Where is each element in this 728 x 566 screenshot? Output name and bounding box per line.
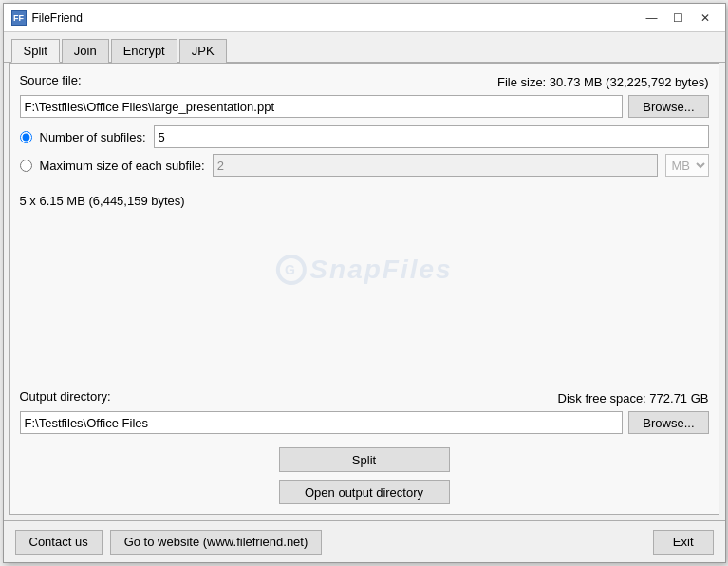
watermark: G SnapFiles	[275, 255, 452, 285]
options-section: Number of subfiles: Maximum size of each…	[20, 125, 709, 182]
maxsize-option-row: Maximum size of each subfile: KB MB GB	[20, 154, 709, 177]
app-icon: FF	[11, 10, 27, 26]
window-title: FileFriend	[32, 11, 83, 25]
output-browse-button[interactable]: Browse...	[628, 411, 708, 434]
bottom-bar: Contact us Go to website (www.filefriend…	[4, 520, 725, 562]
main-window: FF FileFriend — ☐ ✕ Split Join Encrypt J…	[3, 3, 726, 563]
contact-us-button[interactable]: Contact us	[15, 530, 103, 555]
output-header-row: Output directory: Disk free space: 772.7…	[20, 389, 709, 407]
source-browse-button[interactable]: Browse...	[628, 95, 708, 118]
tab-bar: Split Join Encrypt JPK	[4, 32, 725, 63]
output-label: Output directory:	[20, 389, 111, 404]
source-file-input[interactable]	[20, 95, 624, 118]
exit-button[interactable]: Exit	[653, 530, 714, 555]
unit-select[interactable]: KB MB GB	[665, 154, 709, 177]
title-bar: FF FileFriend — ☐ ✕	[4, 4, 725, 32]
subfiles-radio[interactable]	[20, 131, 32, 143]
minimize-button[interactable]: —	[640, 9, 664, 28]
file-size-text: File size: 30.73 MB (32,225,792 bytes)	[497, 75, 709, 89]
tab-jpk[interactable]: JPK	[179, 39, 227, 63]
bottom-left-buttons: Contact us Go to website (www.filefriend…	[15, 530, 323, 555]
subfiles-input[interactable]	[154, 125, 709, 148]
tab-encrypt[interactable]: Encrypt	[111, 39, 177, 63]
tab-split[interactable]: Split	[11, 39, 60, 63]
maximize-button[interactable]: ☐	[666, 9, 691, 28]
maxsize-input[interactable]	[213, 154, 658, 177]
output-section: Output directory: Disk free space: 772.7…	[20, 389, 709, 434]
content-panel: Source file: File size: 30.73 MB (32,225…	[9, 63, 719, 515]
source-file-header: Source file: File size: 30.73 MB (32,225…	[20, 73, 709, 91]
subfiles-label[interactable]: Number of subfiles:	[40, 130, 146, 144]
close-button[interactable]: ✕	[693, 9, 718, 28]
disk-free-text: Disk free space: 772.71 GB	[558, 391, 709, 406]
website-button[interactable]: Go to website (www.filefriend.net)	[110, 530, 323, 555]
title-controls: — ☐ ✕	[640, 9, 718, 28]
source-label: Source file:	[20, 73, 82, 87]
source-file-row: Browse...	[20, 95, 709, 118]
maxsize-label[interactable]: Maximum size of each subfile:	[40, 159, 205, 173]
calc-text: 5 x 6.15 MB (6,445,159 bytes)	[20, 194, 709, 208]
watermark-icon: G	[275, 255, 306, 285]
maxsize-radio[interactable]	[20, 160, 32, 172]
watermark-logo: G SnapFiles	[275, 255, 452, 285]
output-dir-row: Browse...	[20, 411, 709, 434]
title-bar-left: FF FileFriend	[11, 10, 83, 26]
tab-join[interactable]: Join	[62, 39, 109, 63]
subfiles-option-row: Number of subfiles:	[20, 125, 709, 148]
open-output-button[interactable]: Open output directory	[279, 480, 450, 504]
split-button[interactable]: Split	[279, 447, 450, 472]
output-dir-input[interactable]	[20, 411, 624, 434]
action-buttons: Split Open output directory	[20, 447, 709, 504]
watermark-text: SnapFiles	[309, 255, 452, 285]
